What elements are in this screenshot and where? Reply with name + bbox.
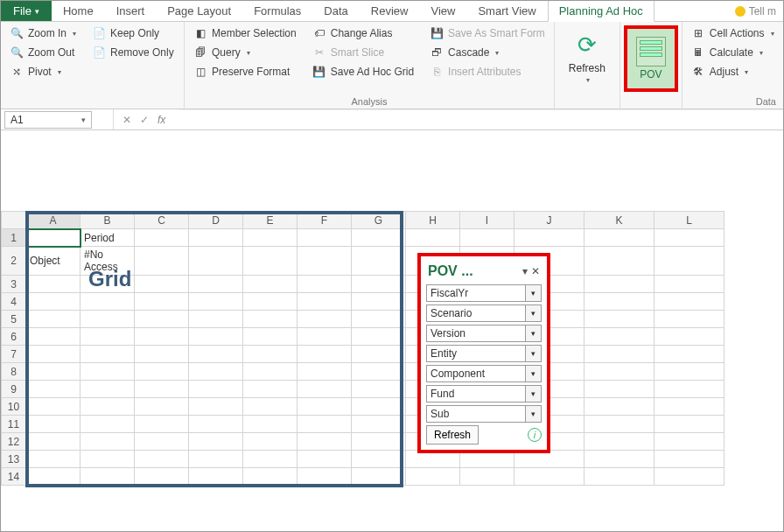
cell[interactable] <box>298 328 352 346</box>
cell[interactable] <box>189 346 243 363</box>
cell[interactable] <box>189 247 243 276</box>
column-header[interactable]: L <box>654 212 724 229</box>
cell[interactable] <box>584 229 654 247</box>
tab-view[interactable]: View <box>419 0 466 21</box>
cell[interactable] <box>189 451 243 468</box>
pov-refresh-button[interactable]: Refresh <box>426 425 479 444</box>
cell[interactable] <box>298 346 352 363</box>
cell[interactable] <box>26 346 80 363</box>
cell[interactable] <box>298 363 352 381</box>
cell[interactable] <box>654 398 724 416</box>
cell[interactable] <box>135 346 189 363</box>
cell[interactable] <box>514 229 584 247</box>
chevron-down-icon[interactable]: ▾ <box>526 365 542 382</box>
pov-dimension-field[interactable]: FiscalYr <box>426 284 526 302</box>
row-header[interactable]: 7 <box>2 346 26 363</box>
cell[interactable] <box>243 381 298 398</box>
cell[interactable] <box>80 328 135 346</box>
query-button[interactable]: 🗐Query▾ <box>192 45 298 60</box>
zoom-in-button[interactable]: 🔍Zoom In▾ <box>8 25 78 41</box>
cell[interactable] <box>352 346 406 363</box>
cell[interactable] <box>243 247 298 276</box>
cell[interactable] <box>26 311 80 328</box>
cell[interactable] <box>406 468 460 486</box>
row-header[interactable]: 13 <box>2 451 26 468</box>
column-header[interactable]: H <box>406 212 460 229</box>
cell[interactable] <box>26 398 80 416</box>
cell[interactable] <box>189 276 243 293</box>
cell[interactable] <box>80 468 135 486</box>
cell[interactable] <box>654 451 724 468</box>
cell[interactable] <box>189 381 243 398</box>
tab-formulas[interactable]: Formulas <box>242 0 312 21</box>
tab-data[interactable]: Data <box>312 0 359 21</box>
tab-smart-view[interactable]: Smart View <box>466 0 547 21</box>
cell[interactable] <box>135 433 189 451</box>
formula-input[interactable] <box>179 109 783 130</box>
pov-dimension-field[interactable]: Scenario <box>426 304 526 322</box>
cell[interactable] <box>298 451 352 468</box>
cell[interactable] <box>584 276 654 293</box>
chevron-down-icon[interactable]: ▾ <box>526 325 542 342</box>
accept-icon[interactable]: ✓ <box>140 114 149 126</box>
cell[interactable] <box>460 229 514 247</box>
cascade-button[interactable]: 🗗Cascade▾ <box>428 45 547 60</box>
cell[interactable] <box>298 293 352 311</box>
pov-panel-menu-icon[interactable]: ▾ <box>522 265 528 277</box>
cell[interactable] <box>654 363 724 381</box>
cell[interactable] <box>135 363 189 381</box>
cell[interactable] <box>26 433 80 451</box>
cell[interactable] <box>584 346 654 363</box>
cell[interactable] <box>135 381 189 398</box>
cell[interactable] <box>80 276 135 293</box>
cell[interactable] <box>189 433 243 451</box>
select-all-corner[interactable] <box>2 212 26 229</box>
cell[interactable] <box>352 247 406 276</box>
cell[interactable] <box>189 416 243 433</box>
cancel-icon[interactable]: ✕ <box>122 114 131 126</box>
cell[interactable] <box>584 381 654 398</box>
cell[interactable] <box>243 293 298 311</box>
cell[interactable] <box>243 328 298 346</box>
cell[interactable] <box>135 416 189 433</box>
pov-dimension-field[interactable]: Component <box>426 365 526 382</box>
cell[interactable] <box>26 276 80 293</box>
cell[interactable] <box>135 229 189 247</box>
column-header[interactable]: B <box>80 212 135 229</box>
cell[interactable] <box>189 293 243 311</box>
smart-slice-button[interactable]: ✂Smart Slice <box>311 45 416 60</box>
cell[interactable] <box>298 381 352 398</box>
cell[interactable] <box>26 363 80 381</box>
cell[interactable] <box>26 451 80 468</box>
cell[interactable] <box>135 328 189 346</box>
cell[interactable]: Object <box>26 247 80 276</box>
cell[interactable] <box>26 328 80 346</box>
chevron-down-icon[interactable]: ▾ <box>526 405 542 423</box>
cell[interactable] <box>654 346 724 363</box>
row-header[interactable]: 12 <box>2 433 26 451</box>
column-header[interactable]: A <box>26 212 80 229</box>
cell[interactable] <box>80 381 135 398</box>
cell[interactable] <box>584 416 654 433</box>
cell[interactable]: Period <box>80 229 135 247</box>
row-header[interactable]: 10 <box>2 398 26 416</box>
cell[interactable] <box>584 328 654 346</box>
cell[interactable] <box>243 451 298 468</box>
tell-me[interactable]: Tell m <box>728 2 783 21</box>
cell[interactable]: #No Access <box>80 247 135 276</box>
cell[interactable] <box>189 328 243 346</box>
row-header[interactable]: 4 <box>2 293 26 311</box>
cell[interactable] <box>654 468 724 486</box>
cell[interactable] <box>298 416 352 433</box>
cell[interactable] <box>352 363 406 381</box>
column-header[interactable]: C <box>135 212 189 229</box>
cell[interactable] <box>352 398 406 416</box>
cell[interactable] <box>26 293 80 311</box>
insert-attributes-button[interactable]: ⎘Insert Attributes <box>428 64 547 80</box>
chevron-down-icon[interactable]: ▾ <box>526 284 542 302</box>
row-header[interactable]: 2 <box>2 247 26 276</box>
cell[interactable] <box>135 293 189 311</box>
column-header[interactable]: K <box>584 212 654 229</box>
chevron-down-icon[interactable]: ▾ <box>526 304 542 322</box>
cell[interactable] <box>189 363 243 381</box>
